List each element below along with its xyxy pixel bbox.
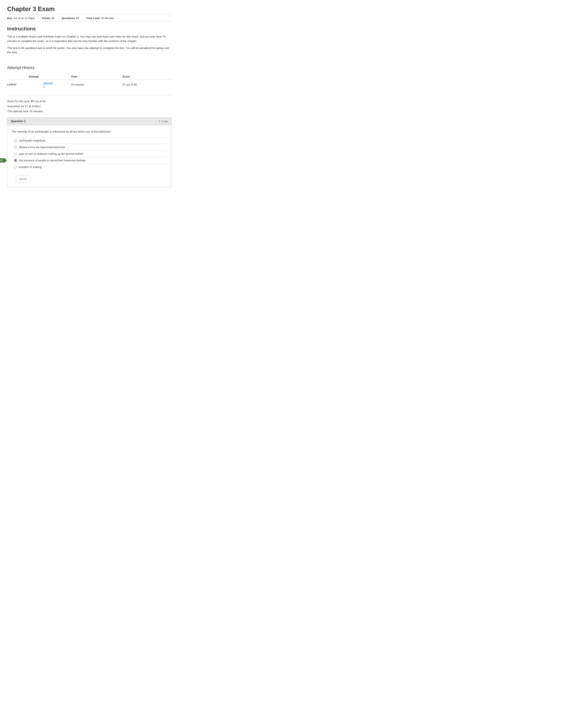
attempt-1-link[interactable]: Attempt 1 <box>22 81 43 88</box>
answer-option-3: type of rock or sediment making up the g… <box>12 150 167 157</box>
answer-text-3: type of rock or sediment making up the g… <box>19 152 83 155</box>
question-1-title: Question 1 <box>11 120 26 123</box>
submitted-line: Submitted Jul 17 at 9:05pm <box>7 104 171 109</box>
time-limit-value: 70 Minutes <box>101 17 114 20</box>
feedback-bubble: correct <box>16 176 30 182</box>
attempt-time: 70 minutes <box>69 80 120 90</box>
answer-text-2: distance from the hypocenter/epicenter <box>19 146 65 149</box>
radio-1 <box>14 139 17 142</box>
score-line: Score for this quiz: 57 out of 60 <box>7 99 171 104</box>
radio-2 <box>14 146 17 149</box>
answer-text-5: duration of shaking <box>19 166 42 168</box>
points-label: Points <box>42 17 50 20</box>
meta-points: Points 60 <box>42 17 54 20</box>
attempt-score: 57 out of 60 <box>120 80 172 90</box>
questions-label: Questions <box>62 17 75 20</box>
radio-3 <box>14 152 17 155</box>
instructions-paragraph2: This test is 60 questions and is worth 6… <box>7 46 171 55</box>
score-prefix: Score for this quiz: <box>7 100 31 103</box>
page-title: Chapter 3 Exam <box>7 5 171 12</box>
col-header-attempt: Attempt <box>7 74 69 80</box>
meta-questions: Questions 60 <box>62 17 79 20</box>
meta-due: Due Jul 19 at 11:59pm <box>7 17 35 20</box>
answer-text-4: the presence of people to record their i… <box>19 159 86 162</box>
score-suffix: out of 60 <box>34 100 46 103</box>
question-1-card: Question 1 1 / 1 pts The intensity of an… <box>7 117 171 187</box>
radio-inner-4 <box>15 160 16 161</box>
radio-4-selected <box>14 159 17 162</box>
attempt-history-title: Attempt History <box>7 65 171 70</box>
table-row: LATEST Attempt 1 70 minutes 57 out of 60 <box>7 80 171 90</box>
answer-option-2: distance from the hypocenter/epicenter <box>12 144 167 150</box>
score-value: 57 <box>31 100 34 103</box>
score-section: Score for this quiz: 57 out of 60 Submit… <box>7 95 171 114</box>
latest-label: LATEST <box>7 83 16 86</box>
feedback-container: correct <box>12 170 167 183</box>
questions-value: 60 <box>76 17 79 20</box>
time-taken-line: This attempt took 70 minutes. <box>7 109 171 114</box>
feedback-text: correct <box>19 178 27 180</box>
meta-bar: Due Jul 19 at 11:59pm Points 60 Question… <box>7 15 171 22</box>
question-1-body: The intensity of an earthquake is influe… <box>7 125 171 187</box>
attempt-table: Attempt Time Score LATEST Attempt 1 70 m… <box>7 74 171 90</box>
due-label: Due <box>7 17 12 20</box>
col-header-time: Time <box>69 74 120 80</box>
attempt-history-section: Attempt History Attempt Time Score LATES… <box>7 65 171 90</box>
answer-option-5: duration of shaking <box>12 164 167 170</box>
col-header-score: Score <box>120 74 172 80</box>
answer-text-1: earthquake magnitude <box>19 139 46 142</box>
question-1-header: Question 1 1 / 1 pts <box>7 117 171 125</box>
question-1-text: The intensity of an earthquake is influe… <box>12 130 167 134</box>
radio-5 <box>14 166 17 168</box>
question-1-pts: 1 / 1 pts <box>159 120 168 123</box>
meta-time-limit: Time Limit 70 Minutes <box>86 17 114 20</box>
correct-badge: Correct! <box>0 158 5 163</box>
time-limit-label: Time Limit <box>86 17 100 20</box>
answer-option-4-correct: Correct! the presence of people to recor… <box>12 157 167 164</box>
instructions-paragraph1: This is a multiple choice and true/false… <box>7 34 171 44</box>
due-value: Jul 19 at 11:59pm <box>13 17 35 20</box>
points-value: 60 <box>52 17 55 20</box>
instructions-title: Instructions <box>7 26 171 31</box>
answer-option-1: earthquake magnitude <box>12 137 167 144</box>
